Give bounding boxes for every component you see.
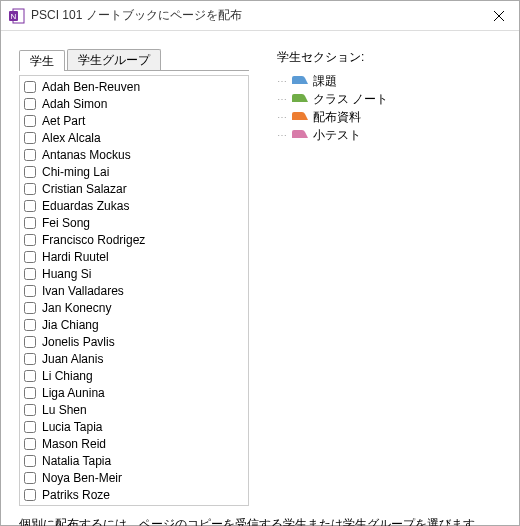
tree-connector: ⋯ [277,130,287,141]
student-checkbox[interactable] [24,421,36,433]
student-checkbox[interactable] [24,455,36,467]
student-checkbox[interactable] [24,489,36,501]
student-checkbox[interactable] [24,200,36,212]
tab-student-groups[interactable]: 学生グループ [67,49,161,70]
student-name: Adah Simon [42,97,107,111]
student-checkbox[interactable] [24,183,36,195]
close-icon [494,11,504,21]
student-checkbox[interactable] [24,438,36,450]
student-name: Chi-ming Lai [42,165,109,179]
list-item[interactable]: Huang Si [24,265,244,282]
list-item[interactable]: Natalia Tapia [24,452,244,469]
student-name: Jia Chiang [42,318,99,332]
student-name: Lu Shen [42,403,87,417]
section-item[interactable]: ⋯配布資料 [277,108,501,126]
list-item[interactable]: Cristian Salazar [24,180,244,197]
section-tab-icon [291,128,309,142]
right-column: 学生セクション: ⋯課題⋯クラス ノート⋯配布資料⋯小テスト [277,49,501,506]
student-checkbox[interactable] [24,370,36,382]
onenote-icon: N [9,8,25,24]
student-name: Francisco Rodrigez [42,233,145,247]
list-item[interactable]: Antanas Mockus [24,146,244,163]
student-checkbox[interactable] [24,302,36,314]
student-list[interactable]: Adah Ben-ReuvenAdah SimonAet PartAlex Al… [19,75,249,506]
student-name: Noya Ben-Meir [42,471,122,485]
titlebar: N PSCI 101 ノートブックにページを配布 [1,1,519,31]
list-item[interactable]: Li Chiang [24,367,244,384]
list-item[interactable]: Patriks Roze [24,486,244,503]
tab-students[interactable]: 学生 [19,50,65,71]
student-checkbox[interactable] [24,336,36,348]
student-checkbox[interactable] [24,132,36,144]
section-item[interactable]: ⋯クラス ノート [277,90,501,108]
dialog-distribute-page: N PSCI 101 ノートブックにページを配布 学生 学生グループ Adah … [0,0,520,526]
tree-connector: ⋯ [277,76,287,87]
student-name: Juan Alanis [42,352,103,366]
student-checkbox[interactable] [24,149,36,161]
list-item[interactable]: Jan Konecny [24,299,244,316]
student-name: Patriks Roze [42,488,110,502]
list-item[interactable]: Lucia Tapia [24,418,244,435]
section-item[interactable]: ⋯小テスト [277,126,501,144]
sections-header: 学生セクション: [277,49,501,66]
student-name: Ivan Valladares [42,284,124,298]
student-checkbox[interactable] [24,251,36,263]
student-checkbox[interactable] [24,217,36,229]
student-name: Hardi Ruutel [42,250,109,264]
list-item[interactable]: Eduardas Zukas [24,197,244,214]
list-item[interactable]: Fei Song [24,214,244,231]
list-item[interactable]: Hardi Ruutel [24,248,244,265]
footer-instruction: 個別に配布するには、ページのコピーを受信する学生または学生グループを選びます。 [19,506,501,526]
list-item[interactable]: Francisco Rodrigez [24,231,244,248]
student-checkbox[interactable] [24,285,36,297]
list-item[interactable]: Liga Aunina [24,384,244,401]
student-name: Fei Song [42,216,90,230]
list-item[interactable]: Jonelis Pavlis [24,333,244,350]
student-checkbox[interactable] [24,353,36,365]
section-tab-icon [291,110,309,124]
student-checkbox[interactable] [24,387,36,399]
student-checkbox[interactable] [24,234,36,246]
section-tab-icon [291,74,309,88]
svg-text:N: N [11,12,17,21]
content-area: 学生 学生グループ Adah Ben-ReuvenAdah SimonAet P… [1,31,519,526]
left-column: 学生 学生グループ Adah Ben-ReuvenAdah SimonAet P… [19,49,249,506]
student-name: Li Chiang [42,369,93,383]
close-button[interactable] [479,1,519,31]
list-item[interactable]: Alex Alcala [24,129,244,146]
student-checkbox[interactable] [24,472,36,484]
list-item[interactable]: Adah Simon [24,95,244,112]
list-item[interactable]: Jia Chiang [24,316,244,333]
student-checkbox[interactable] [24,319,36,331]
student-checkbox[interactable] [24,98,36,110]
tabs: 学生 学生グループ [19,49,249,71]
section-item[interactable]: ⋯課題 [277,72,501,90]
section-label: 課題 [313,73,337,90]
list-item[interactable]: Mason Reid [24,435,244,452]
list-item[interactable]: Chi-ming Lai [24,163,244,180]
list-item[interactable]: Lu Shen [24,401,244,418]
student-checkbox[interactable] [24,268,36,280]
student-name: Cristian Salazar [42,182,127,196]
columns: 学生 学生グループ Adah Ben-ReuvenAdah SimonAet P… [19,49,501,506]
student-checkbox[interactable] [24,81,36,93]
list-item[interactable]: Aet Part [24,112,244,129]
list-item[interactable]: Adah Ben-Reuven [24,78,244,95]
window-title: PSCI 101 ノートブックにページを配布 [31,7,479,24]
section-label: 配布資料 [313,109,361,126]
student-name: Eduardas Zukas [42,199,129,213]
list-item[interactable]: Ivan Valladares [24,282,244,299]
tree-connector: ⋯ [277,112,287,123]
student-checkbox[interactable] [24,166,36,178]
section-label: クラス ノート [313,91,388,108]
tree-connector: ⋯ [277,94,287,105]
student-checkbox[interactable] [24,115,36,127]
list-item[interactable]: Juan Alanis [24,350,244,367]
sections-tree: ⋯課題⋯クラス ノート⋯配布資料⋯小テスト [277,72,501,144]
student-name: Lucia Tapia [42,420,103,434]
list-item[interactable]: Noya Ben-Meir [24,469,244,486]
student-name: Natalia Tapia [42,454,111,468]
student-checkbox[interactable] [24,404,36,416]
section-tab-icon [291,92,309,106]
student-name: Aet Part [42,114,85,128]
